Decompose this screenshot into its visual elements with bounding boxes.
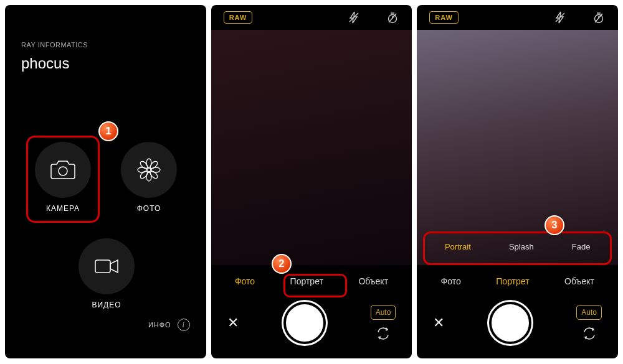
highlight-camera xyxy=(26,136,100,223)
svg-point-1 xyxy=(147,168,151,172)
menu-video[interactable]: ВИДЕО xyxy=(78,238,135,309)
viewfinder xyxy=(417,30,618,265)
flash-icon[interactable] xyxy=(347,11,361,24)
highlight-portrait-mode xyxy=(283,274,347,297)
svg-rect-10 xyxy=(95,260,110,273)
info-button[interactable]: ИНФО i xyxy=(148,319,190,331)
shutter-button[interactable] xyxy=(283,302,326,344)
info-icon: i xyxy=(178,319,190,331)
highlight-submodes xyxy=(423,231,612,265)
mode-object[interactable]: Объект xyxy=(358,276,388,286)
menu-photo[interactable]: ФОТО xyxy=(121,142,177,213)
mode-selector[interactable]: Фото Портрет Объект xyxy=(417,268,618,295)
screen-camera-submodes: RAW Portrait Splash Fade Фото Портрет Об… xyxy=(417,5,618,358)
switch-camera-icon[interactable] xyxy=(376,326,391,341)
menu-video-label: ВИДЕО xyxy=(92,301,121,309)
developer-label: RAY INFORMATICS xyxy=(21,41,88,49)
raw-toggle[interactable]: RAW xyxy=(429,11,459,24)
timer-icon[interactable] xyxy=(592,11,606,24)
menu-photo-label: ФОТО xyxy=(137,204,161,213)
shutter-button[interactable] xyxy=(489,302,531,344)
viewfinder xyxy=(211,30,412,265)
flower-icon xyxy=(121,142,177,198)
switch-camera-icon[interactable] xyxy=(582,326,597,341)
callout-1: 1 xyxy=(98,121,118,141)
mode-object[interactable]: Объект xyxy=(564,276,594,286)
mode-photo[interactable]: Фото xyxy=(235,276,255,286)
callout-3: 3 xyxy=(545,215,564,235)
camera-bottom-bar: ✕ Auto xyxy=(417,296,618,358)
camera-topbar: RAW xyxy=(417,5,618,30)
camera-topbar: RAW xyxy=(211,5,412,30)
video-icon xyxy=(78,238,135,294)
auto-toggle[interactable]: Auto xyxy=(576,305,602,320)
screen-app-home: RAY INFORMATICS phocus КАМЕРА xyxy=(5,5,206,358)
close-button[interactable]: ✕ xyxy=(227,315,239,331)
callout-2: 2 xyxy=(272,254,292,274)
flash-icon[interactable] xyxy=(553,11,567,24)
info-label: ИНФО xyxy=(148,321,171,329)
timer-icon[interactable] xyxy=(386,11,399,24)
mode-photo[interactable]: Фото xyxy=(441,276,461,286)
raw-toggle[interactable]: RAW xyxy=(224,11,253,24)
mode-portrait[interactable]: Портрет xyxy=(496,276,529,286)
auto-toggle[interactable]: Auto xyxy=(371,305,396,320)
camera-bottom-bar: ✕ Auto xyxy=(211,296,412,358)
close-button[interactable]: ✕ xyxy=(433,315,444,331)
app-title: phocus xyxy=(21,55,69,72)
screen-camera-modes: RAW Фото Портрет Объект ✕ Auto xyxy=(211,5,412,358)
